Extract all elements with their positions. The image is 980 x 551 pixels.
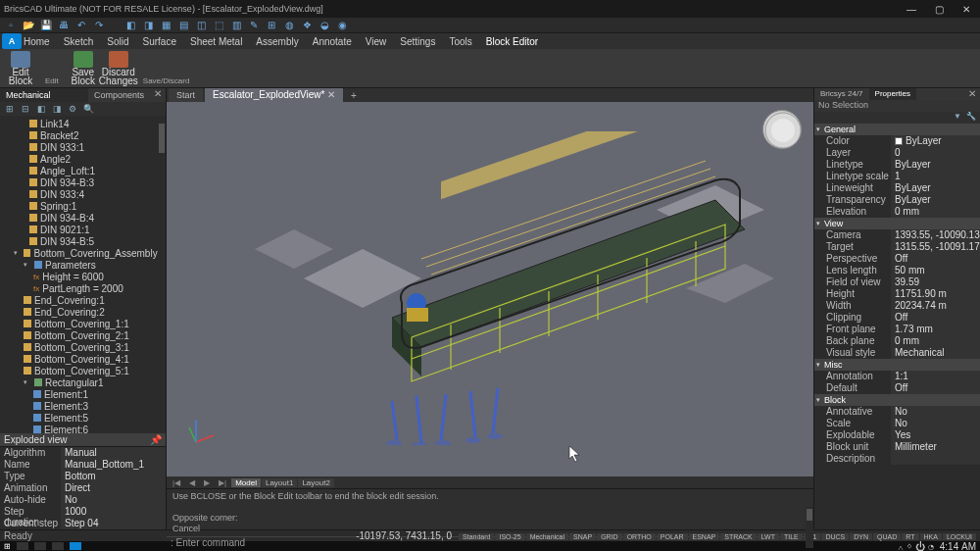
start-button[interactable]: ⊞ — [4, 542, 11, 551]
new-icon[interactable]: ▫ — [4, 19, 18, 32]
qat-icon[interactable]: ❖ — [300, 19, 314, 32]
property-row[interactable]: Back plane0 mm — [814, 335, 980, 347]
3d-viewport[interactable] — [167, 102, 813, 476]
tab-bricsys247[interactable]: Bricsys 24/7 — [814, 88, 869, 100]
property-row[interactable]: TransparencyByLayer — [814, 194, 980, 206]
property-row[interactable]: AnnotativeNo — [814, 406, 980, 418]
property-row[interactable]: Auto-hideNo — [0, 494, 166, 506]
status-toggle[interactable]: SNAP — [569, 533, 596, 540]
status-toggle[interactable]: TILE — [780, 533, 803, 540]
tree-item[interactable]: Element:3 — [0, 400, 166, 412]
property-row[interactable]: Annotation scale1:1 — [814, 371, 980, 382]
property-row[interactable]: Block unitMillimeter — [814, 441, 980, 453]
tab-components[interactable]: Components — [88, 88, 150, 102]
property-row[interactable]: Layer0 — [814, 147, 980, 159]
close-tab-icon[interactable]: ✕ — [327, 89, 335, 100]
property-row[interactable]: Target1315.55, -10091.17, 1935.13 — [814, 241, 980, 253]
taskbar-item[interactable] — [52, 542, 64, 550]
qat-icon[interactable]: ◉ — [335, 19, 349, 32]
tree-item[interactable]: Spring:1 — [0, 200, 166, 212]
property-row[interactable]: LinetypeByLayer — [814, 159, 980, 171]
maximize-button[interactable]: ▢ — [925, 0, 953, 18]
layout-nav-first[interactable]: |◀ — [169, 478, 184, 487]
redo-icon[interactable]: ↷ — [92, 19, 106, 32]
status-toggle[interactable]: STRACK — [720, 533, 756, 540]
layout-tab-layout2[interactable]: Layout2 — [298, 478, 333, 487]
scrollbar[interactable] — [806, 507, 813, 548]
new-tab-button[interactable]: + — [345, 90, 363, 101]
status-toggle[interactable]: LOCKUI — [943, 533, 976, 540]
tree-item[interactable]: DIN 933:1 — [0, 141, 166, 153]
tree-tb-icon[interactable]: 🔍 — [82, 103, 94, 115]
doc-tab-active[interactable]: Escalator_ExplodedView* ✕ — [205, 88, 343, 102]
status-toggle[interactable]: RT — [902, 533, 918, 540]
property-row[interactable]: NameManual_Bottom_1 — [0, 459, 166, 471]
property-row[interactable]: AlgorithmManual — [0, 447, 166, 459]
qat-icon[interactable]: ◨ — [141, 19, 155, 32]
tree-item[interactable]: DIN 934-B:5 — [0, 235, 166, 247]
discard-changes-button[interactable]: DiscardChanges — [102, 51, 135, 86]
tab-sketch[interactable]: Sketch — [64, 36, 94, 47]
property-row[interactable]: Description — [814, 453, 980, 465]
tree-item[interactable]: DIN 934-B:4 — [0, 212, 166, 224]
qat-icon[interactable]: ◫ — [194, 19, 208, 32]
qat-icon[interactable]: ⬚ — [212, 19, 225, 32]
property-category[interactable]: View — [814, 218, 980, 229]
property-row[interactable]: ClippingOff — [814, 312, 980, 324]
tree-item[interactable]: Bottom_Covering_3:1 — [0, 341, 166, 353]
property-row[interactable]: Step duration1000 — [0, 506, 166, 518]
status-toggle[interactable]: HKA — [920, 533, 942, 540]
status-toggle[interactable]: GRID — [597, 533, 622, 540]
property-row[interactable]: Visual styleMechanical — [814, 347, 980, 359]
status-toggle[interactable]: DUCS — [821, 533, 849, 540]
qat-icon[interactable]: ⊞ — [265, 19, 278, 32]
qat-icon[interactable]: ▥ — [229, 19, 243, 32]
property-category[interactable]: Misc — [814, 359, 980, 371]
taskbar-item-active[interactable] — [70, 542, 81, 550]
tree-tb-icon[interactable]: ⊟ — [20, 103, 31, 115]
doc-tab-start[interactable]: Start — [169, 88, 203, 102]
minimize-button[interactable]: — — [898, 0, 925, 18]
save-icon[interactable]: 💾 — [39, 19, 53, 32]
tree-item[interactable]: ▾Parameters — [0, 259, 166, 271]
undo-icon[interactable]: ↶ — [74, 19, 88, 32]
tab-mech-browser[interactable]: Mechanical Browser — [0, 88, 88, 102]
tree-item[interactable]: Bottom_Covering_1:1 — [0, 318, 166, 329]
qat-icon[interactable]: ▦ — [159, 19, 172, 32]
property-category[interactable]: Block — [814, 394, 980, 406]
tab-annotate[interactable]: Annotate — [313, 36, 352, 47]
taskbar-item[interactable] — [34, 542, 46, 550]
layout-nav-prev[interactable]: ◀ — [185, 478, 199, 487]
panel-pin-icon[interactable]: 📌 — [150, 434, 162, 445]
status-toggle[interactable]: Standard — [459, 533, 494, 540]
qat-icon[interactable]: ◒ — [318, 19, 331, 32]
tree-item[interactable]: Bottom_Covering_4:1 — [0, 353, 166, 365]
tree-item[interactable]: Element:6 — [0, 424, 166, 433]
app-menu-button[interactable]: A — [2, 33, 22, 49]
property-category[interactable]: General — [814, 124, 980, 135]
panel-close-icon[interactable]: ✕ — [964, 88, 980, 100]
wrench-icon[interactable]: 🔧 — [966, 112, 976, 122]
qat-icon[interactable]: ◍ — [282, 19, 296, 32]
status-toggle[interactable]: LWT — [758, 533, 779, 540]
property-row[interactable]: AnimationDirect — [0, 482, 166, 494]
status-toggle[interactable]: Mechanical — [526, 533, 568, 540]
layout-tab-model[interactable]: Model — [231, 478, 261, 487]
tree-tb-icon[interactable]: ⊞ — [4, 103, 16, 115]
tree-item[interactable]: Bottom_Covering_2:1 — [0, 329, 166, 341]
save-block-button[interactable]: SaveBlock — [67, 51, 100, 86]
tree-item[interactable]: Bracket2 — [0, 129, 166, 141]
tree-item[interactable]: ▾Rectangular1 — [0, 376, 166, 388]
tab-home[interactable]: Home — [24, 36, 50, 47]
close-button[interactable]: ✕ — [953, 0, 980, 18]
tree-item[interactable]: DIN 933:4 — [0, 188, 166, 200]
tab-blockeditor[interactable]: Block Editor — [486, 36, 538, 47]
property-row[interactable]: PerspectiveOff — [814, 253, 980, 265]
status-toggle[interactable]: QUAD — [873, 533, 901, 540]
qat-icon[interactable]: ✎ — [247, 19, 261, 32]
taskbar-item[interactable] — [17, 542, 28, 550]
property-row[interactable]: LineweightByLayer — [814, 182, 980, 194]
tree-tb-icon[interactable]: ◧ — [35, 103, 47, 115]
property-row[interactable]: Default lightingOff — [814, 382, 980, 394]
property-list[interactable]: GeneralColorByLayerLayer0LinetypeByLayer… — [814, 124, 980, 529]
